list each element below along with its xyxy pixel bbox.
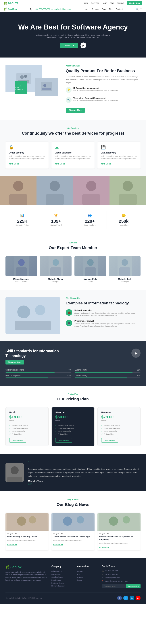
linkedin-icon[interactable]: in bbox=[130, 596, 134, 600]
nav-contact[interactable]: Contact bbox=[117, 2, 124, 4]
standard-feature-3: Network specialist bbox=[55, 430, 91, 433]
blog3-category: IT bbox=[99, 533, 101, 535]
premium-feature-2: Security management bbox=[101, 427, 137, 430]
standard-discover-button[interactable]: Discover More bbox=[55, 438, 72, 442]
nav-services[interactable]: Services bbox=[91, 2, 99, 4]
blog1-likes: ❤ 5 bbox=[15, 533, 17, 535]
nav-blog[interactable]: Blog bbox=[110, 2, 114, 4]
blog1-link[interactable]: READ MORE bbox=[5, 544, 49, 548]
stats-section: 📊 225K Completed Project 🏆 109+ National… bbox=[0, 205, 146, 234]
footer-company-link-6[interactable]: Network Specialist bbox=[52, 584, 72, 588]
search-icon[interactable]: 🔍 bbox=[136, 8, 139, 10]
footer-subscribe: Subscribe Now bbox=[102, 584, 141, 588]
team-avatar-4 bbox=[109, 256, 141, 276]
team-card-1: Michael Jackson CEO & Founder bbox=[5, 256, 37, 282]
phone-icon: 📞 bbox=[30, 8, 32, 10]
services-grid: 🔒 Cyber Security Sed ut perspiciatis und… bbox=[5, 142, 141, 168]
nav2-contact[interactable]: Contact bbox=[116, 8, 123, 10]
stat2-number: 109+ bbox=[42, 219, 70, 224]
service1-title: Cyber Security bbox=[9, 152, 45, 154]
footer-company-link-3[interactable]: Cloud Solutions bbox=[52, 576, 72, 578]
footer-company-link-1[interactable]: Cyber Security bbox=[52, 570, 72, 573]
gallery-item-1 bbox=[0, 176, 36, 205]
svg-point-14 bbox=[86, 181, 96, 191]
svg-point-17 bbox=[123, 181, 133, 191]
team4-name: Michelle Josh bbox=[109, 278, 141, 280]
pricing-standard: Standard $50.00 /month Secure Frame Devi… bbox=[52, 407, 94, 446]
service3-link[interactable]: READ MORE bbox=[101, 163, 111, 165]
subscribe-button[interactable]: Subscribe Now bbox=[126, 584, 141, 588]
feature1-title: IT Consulting Management bbox=[73, 87, 118, 89]
about-section: 25+ Years Experience About Company Quali… bbox=[0, 58, 146, 120]
skills-discover-button[interactable]: Discover More bbox=[5, 360, 24, 364]
premium-features: Secure Frame Device Security management … bbox=[101, 424, 137, 436]
footer-company-link-2[interactable]: IT Consulting bbox=[52, 573, 72, 576]
skills-play-button[interactable]: ▶ bbox=[131, 348, 141, 358]
phone2-icon: 📞 bbox=[102, 574, 104, 575]
footer-info-link-4[interactable]: Contact bbox=[77, 578, 97, 582]
blog3-link[interactable]: READ MORE bbox=[97, 546, 141, 550]
it-item1-text: Network specialist Aliquam erat volutpat… bbox=[74, 309, 141, 317]
youtube-icon[interactable]: ▶ bbox=[136, 596, 141, 600]
navbar-secondary: 🌿 SarFox 📞 (+69) 989-985-888 ✉ sarfox.li… bbox=[0, 6, 146, 12]
svg-point-23 bbox=[53, 259, 59, 266]
team-section: Our Client Our Expert Team Member Michae… bbox=[0, 234, 146, 290]
nav-home[interactable]: Home bbox=[82, 2, 88, 4]
discover-more-button[interactable]: Discover More bbox=[66, 108, 85, 113]
service-card-3: 💾 Data Recovery Sed ut perspiciatis unde… bbox=[97, 142, 141, 168]
contact-button[interactable]: Contact Us bbox=[60, 43, 78, 48]
basic-feature-3: Network specialist bbox=[9, 430, 45, 433]
footer-company-link-4[interactable]: Data Recovery bbox=[52, 578, 72, 582]
svg-rect-38 bbox=[7, 513, 47, 531]
logo2-text: SarFox bbox=[8, 8, 17, 11]
about-image2-placeholder bbox=[41, 82, 52, 92]
quote-button[interactable]: Quote Now bbox=[127, 1, 142, 5]
badge-label: Years Experience bbox=[15, 87, 27, 90]
skill1-fill bbox=[5, 372, 55, 372]
footer-about-text: Lorem ipsum dolor sit amet, consectetur … bbox=[5, 571, 47, 582]
about-tag: About Company bbox=[66, 65, 141, 67]
play-button[interactable]: ▶ bbox=[80, 42, 86, 48]
phone-number: (+69) 989-985-888 bbox=[34, 8, 50, 10]
copyright-text: Copyright © 2023. By SarFox. All Right R… bbox=[5, 597, 42, 599]
service1-link[interactable]: READ MORE bbox=[9, 163, 19, 165]
skill1-name: Software development bbox=[5, 369, 24, 371]
nav2-services[interactable]: Services bbox=[92, 8, 99, 10]
team-grid: Michael Jackson CEO & Founder Michelle O… bbox=[5, 256, 141, 282]
gallery-item-3 bbox=[73, 176, 110, 205]
feature2-text: Technology Support Management Sed ut per… bbox=[73, 97, 118, 105]
service2-link[interactable]: READ MORE bbox=[55, 163, 65, 165]
footer-info-link-1[interactable]: About Us bbox=[77, 570, 97, 573]
skill2-name: Cyber Security bbox=[75, 369, 87, 371]
service3-title: Data Recovery bbox=[101, 152, 137, 154]
footer-company-link-5[interactable]: Business Support bbox=[52, 582, 72, 584]
svg-point-40 bbox=[29, 516, 36, 524]
email-address: sarfox.lighbox.com bbox=[54, 8, 71, 10]
stat2-icon: 🏆 bbox=[42, 214, 70, 218]
subscribe-input[interactable] bbox=[102, 584, 126, 588]
pricing-title: Our Pricing Plan bbox=[5, 396, 141, 402]
gallery-item-2 bbox=[36, 176, 73, 205]
logo-text[interactable]: SarFox bbox=[8, 2, 18, 5]
basic-discover-button[interactable]: Discover More bbox=[9, 438, 26, 442]
premium-discover-button[interactable]: Discover More bbox=[101, 438, 118, 442]
it-content: Why Choose Us Examples of information te… bbox=[66, 297, 141, 328]
twitter-icon[interactable]: t bbox=[123, 596, 128, 600]
menu-icon[interactable]: ☰ bbox=[140, 8, 142, 10]
feature-1: 💡 IT Consulting Management Sed ut perspi… bbox=[66, 87, 141, 95]
footer-info-link-3[interactable]: Services bbox=[77, 576, 97, 578]
footer-info-link-2[interactable]: Blog bbox=[77, 573, 97, 576]
svg-rect-41 bbox=[53, 513, 93, 531]
nav2-blog[interactable]: Blog bbox=[109, 8, 113, 10]
premium-feature-1: Secure Frame Device bbox=[101, 424, 137, 427]
nav2-page[interactable]: Page bbox=[102, 8, 107, 10]
basic-features: Secure Frame Device Security management … bbox=[9, 424, 45, 436]
nav-page[interactable]: Page bbox=[102, 2, 107, 4]
blog1-category: IT bbox=[7, 533, 8, 535]
facebook-icon[interactable]: f bbox=[117, 596, 122, 600]
nav2-home[interactable]: Home bbox=[84, 8, 89, 10]
it-item1-desc: Aliquam erat volutpat. Nam dui mi, tinci… bbox=[74, 312, 141, 317]
premium-period: /month bbox=[101, 420, 137, 422]
skill3-bg bbox=[5, 378, 71, 378]
blog2-link[interactable]: READ MORE bbox=[52, 544, 94, 548]
